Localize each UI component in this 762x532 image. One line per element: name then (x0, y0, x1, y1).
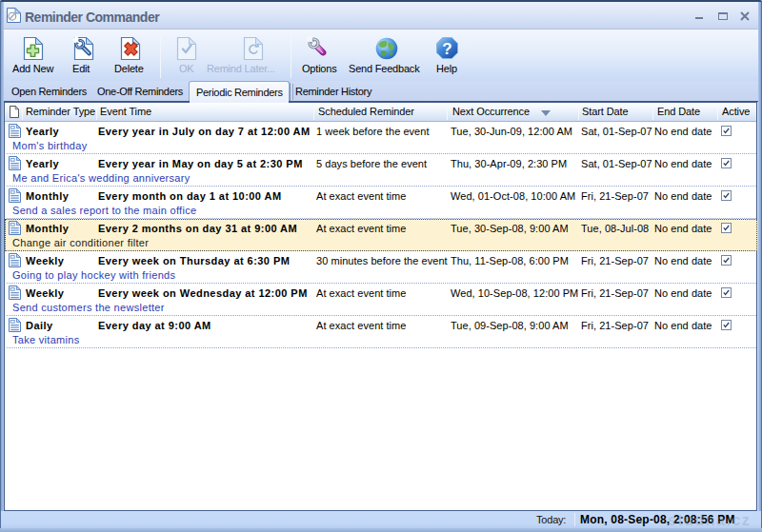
svg-text:?: ? (442, 40, 451, 58)
